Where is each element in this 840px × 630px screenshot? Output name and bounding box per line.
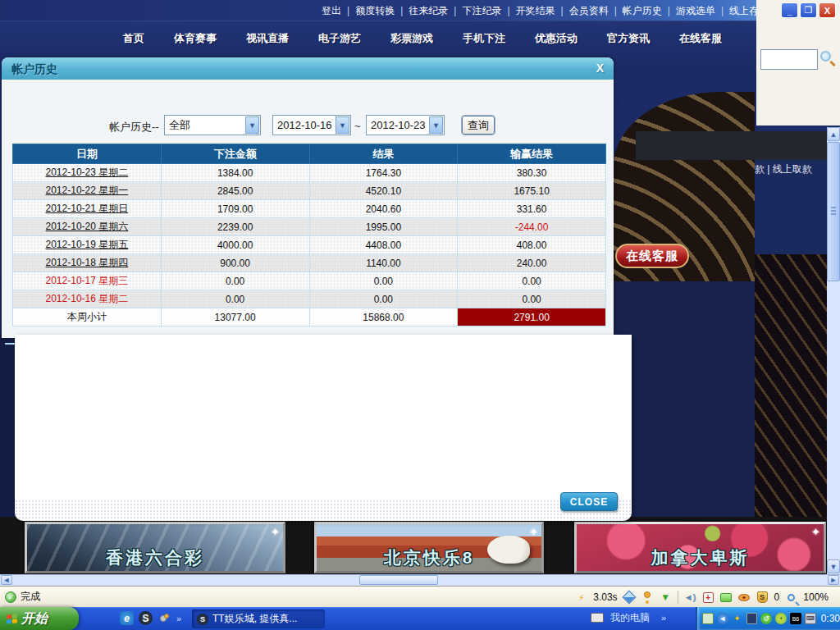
date-link[interactable]: 2012-10-22 星期一 bbox=[13, 182, 162, 200]
bo-icon[interactable]: B6 bbox=[790, 613, 801, 624]
date-link[interactable]: 2012-10-20 星期六 bbox=[13, 218, 162, 236]
nav-item[interactable]: 视讯直播 bbox=[246, 31, 289, 49]
search-icon[interactable] bbox=[820, 51, 831, 62]
quick-launch-more[interactable]: » bbox=[176, 614, 181, 623]
winloss-amount: 1675.10 bbox=[458, 182, 606, 200]
load-bolt-icon: ⚡ bbox=[575, 591, 587, 604]
nav-item[interactable]: 电子游艺 bbox=[318, 31, 361, 49]
category-select[interactable]: 全部 ▼ bbox=[164, 115, 261, 135]
result-amount: 0.00 bbox=[309, 272, 458, 290]
bet-amount: 0.00 bbox=[161, 272, 309, 290]
date-link[interactable]: 2012-10-18 星期四 bbox=[13, 254, 162, 272]
subtotal-winloss: 2791.00 bbox=[458, 308, 606, 326]
search-button[interactable]: 查询 bbox=[462, 116, 495, 135]
nav-item[interactable]: 在线客服 bbox=[679, 31, 722, 49]
taskbar: 开始 e S » S TT娱乐城, 提供真... 我的电脑 » ◄ ✦ ↺ + … bbox=[0, 607, 840, 630]
banner-beijing-happy8[interactable]: ✦ 北京快乐8 bbox=[314, 522, 544, 573]
scroll-up-button[interactable]: ▲ bbox=[827, 127, 840, 141]
date-to-select[interactable]: 2012-10-23 ▼ bbox=[366, 115, 445, 135]
bet-amount: 2845.00 bbox=[161, 182, 309, 200]
scroll-right-button[interactable]: ► bbox=[828, 575, 839, 585]
date-link[interactable]: 2012-10-19 星期五 bbox=[13, 236, 162, 254]
close-button[interactable]: CLOSE bbox=[560, 492, 618, 511]
repair-icon[interactable]: + bbox=[703, 592, 714, 603]
date-from-select[interactable]: 2012-10-16 ▼ bbox=[272, 115, 351, 135]
below-roulette-area bbox=[614, 281, 755, 517]
date-to-value: 2012-10-23 bbox=[371, 119, 426, 131]
browser-status-bar: ✓ 完成 ⚡ 3.03s ▼ ◄) + S 0 100% bbox=[0, 586, 840, 607]
nav-item[interactable]: 优惠活动 bbox=[535, 31, 578, 49]
zoom-level[interactable]: 100% bbox=[803, 591, 829, 603]
dialog-titlebar[interactable]: 帐户历史 X bbox=[2, 57, 614, 80]
update-icon[interactable]: ↺ bbox=[760, 613, 772, 624]
nav-item[interactable]: 彩票游戏 bbox=[390, 31, 433, 49]
person-icon[interactable] bbox=[644, 591, 651, 598]
dark-banner-area bbox=[636, 131, 827, 160]
winloss-amount: 0.00 bbox=[458, 290, 606, 308]
subtotal-result: 15868.00 bbox=[309, 308, 458, 326]
eye-icon[interactable] bbox=[738, 594, 750, 601]
keyboard-icon[interactable] bbox=[591, 613, 604, 623]
banner-canada-bc[interactable]: ✦ 加拿大卑斯 bbox=[574, 522, 826, 573]
shield-icon[interactable]: S bbox=[757, 591, 768, 603]
zoom-icon[interactable] bbox=[788, 594, 795, 601]
start-button[interactable]: 开始 bbox=[0, 607, 79, 630]
category-value: 全部 bbox=[169, 118, 190, 133]
nav-item[interactable]: 手机下注 bbox=[463, 31, 505, 49]
banner-caption: 加拿大卑斯 bbox=[577, 546, 824, 569]
account-link[interactable]: 开奖结果 bbox=[501, 5, 555, 16]
filter-row: 帐户历史-- 全部 ▼ 2012-10-16 ▼ ~ 2012-10-23 ▼ … bbox=[2, 115, 614, 136]
account-link[interactable]: 下注纪录 bbox=[448, 5, 501, 16]
scroll-left-button[interactable]: ◄ bbox=[1, 575, 12, 585]
browser-icon[interactable]: S bbox=[139, 611, 153, 625]
windows-logo-icon bbox=[7, 614, 17, 623]
kite-icon[interactable] bbox=[623, 591, 637, 605]
account-link[interactable]: 帐户历史 bbox=[609, 5, 662, 16]
account-link[interactable]: 登出 bbox=[322, 5, 341, 16]
tray-clock[interactable]: 0:30 bbox=[821, 613, 840, 624]
horizontal-scroll-thumb[interactable] bbox=[359, 575, 438, 585]
date-link[interactable]: 2012-10-21 星期日 bbox=[13, 200, 162, 218]
usb-icon[interactable] bbox=[702, 613, 714, 624]
ie-icon[interactable]: e bbox=[120, 611, 134, 625]
hide-icons-icon[interactable]: ◄ bbox=[717, 613, 728, 624]
screen-icon[interactable] bbox=[720, 593, 732, 602]
minimize-button[interactable]: _ bbox=[781, 2, 798, 18]
download-arrow-icon[interactable]: ▼ bbox=[660, 591, 672, 604]
scroll-down-button[interactable]: ▼ bbox=[827, 559, 840, 573]
date-link[interactable]: 2012-10-17 星期三 bbox=[13, 272, 162, 290]
nav-item[interactable]: 官方资讯 bbox=[607, 31, 650, 49]
member-links-partial[interactable]: 款 | 线上取款 bbox=[755, 160, 827, 178]
close-window-button[interactable]: X bbox=[819, 2, 836, 18]
nav-item[interactable]: 体育赛事 bbox=[174, 31, 217, 49]
col-header-bet: 下注金额 bbox=[161, 144, 309, 164]
bet-amount: 900.00 bbox=[161, 254, 309, 272]
start-label: 开始 bbox=[21, 610, 48, 628]
speaker-icon[interactable]: ◄) bbox=[684, 591, 696, 604]
account-link[interactable]: 额度转换 bbox=[341, 5, 395, 16]
ime-icon[interactable]: ⌨ bbox=[805, 613, 816, 624]
account-link[interactable]: 游戏选单 bbox=[662, 5, 715, 16]
banner-hongkong-lottery[interactable]: ✦ 香港六合彩 bbox=[25, 522, 285, 573]
date-link[interactable]: 2012-10-23 星期二 bbox=[13, 164, 162, 182]
nav-item[interactable]: 首页 bbox=[123, 31, 144, 49]
task-label: TT娱乐城, 提供真... bbox=[212, 612, 297, 626]
gears-icon[interactable] bbox=[158, 611, 171, 625]
account-link[interactable]: 往来纪录 bbox=[395, 5, 448, 16]
right-navy-area bbox=[755, 178, 827, 254]
taskbar-item-my-computer[interactable]: 我的电脑 bbox=[610, 611, 650, 625]
winloss-amount: 331.60 bbox=[458, 200, 606, 218]
plus-icon[interactable]: + bbox=[775, 613, 787, 624]
date-link[interactable]: 2012-10-16 星期二 bbox=[13, 290, 162, 308]
star-icon[interactable]: ✦ bbox=[732, 613, 743, 624]
dialog-title: 帐户历史 bbox=[11, 62, 57, 77]
vertical-scroll-thumb[interactable] bbox=[827, 142, 840, 281]
monitor-icon[interactable] bbox=[746, 613, 758, 624]
online-service-button[interactable]: 在线客服 bbox=[615, 244, 689, 268]
taskbar-more[interactable]: » bbox=[661, 613, 666, 623]
dialog-close-icon[interactable]: X bbox=[596, 62, 604, 75]
restore-button[interactable]: ❐ bbox=[800, 2, 817, 18]
account-link[interactable]: 会员资料 bbox=[555, 5, 609, 16]
search-input[interactable] bbox=[760, 49, 818, 70]
taskbar-item-active[interactable]: S TT娱乐城, 提供真... bbox=[192, 609, 325, 628]
